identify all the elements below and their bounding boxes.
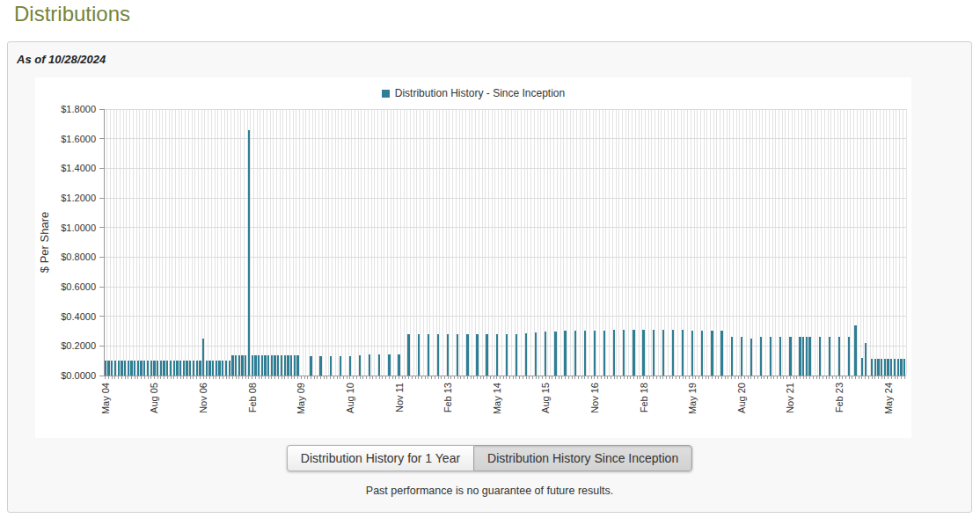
distribution-bar[interactable] [653, 330, 655, 376]
distribution-bar[interactable] [153, 361, 155, 376]
distribution-bar[interactable] [437, 334, 439, 376]
distribution-bar[interactable] [208, 361, 210, 376]
distribution-bar[interactable] [554, 332, 556, 376]
distribution-bar[interactable] [865, 343, 867, 376]
distribution-bar[interactable] [789, 337, 791, 376]
distribution-bar[interactable] [720, 331, 722, 376]
distribution-bar[interactable] [277, 355, 279, 376]
distribution-bar[interactable] [848, 337, 850, 376]
distribution-bar[interactable] [212, 361, 214, 376]
distribution-bar[interactable] [202, 339, 204, 376]
distribution-bar[interactable] [160, 361, 162, 376]
distribution-bar[interactable] [121, 361, 122, 376]
distribution-bar[interactable] [881, 359, 882, 376]
distribution-bar[interactable] [179, 361, 181, 376]
distribution-bar[interactable] [496, 334, 498, 376]
distribution-bar[interactable] [447, 334, 449, 376]
distribution-bar[interactable] [189, 361, 191, 376]
distribution-history-1-year-button[interactable]: Distribution History for 1 Year [287, 445, 473, 471]
distribution-bar[interactable] [199, 361, 201, 376]
distribution-bar[interactable] [506, 334, 508, 376]
distribution-bar[interactable] [903, 359, 905, 376]
distribution-bar[interactable] [741, 337, 742, 376]
distribution-bar[interactable] [134, 361, 135, 376]
distribution-bar[interactable] [574, 331, 576, 376]
distribution-bar[interactable] [476, 334, 478, 376]
distribution-bar[interactable] [613, 330, 615, 376]
distribution-bar[interactable] [294, 355, 296, 376]
distribution-bar[interactable] [216, 361, 217, 376]
distribution-bar[interactable] [682, 330, 684, 376]
distribution-bar[interactable] [296, 355, 298, 376]
distribution-bar[interactable] [884, 359, 886, 376]
distribution-bar[interactable] [225, 361, 227, 376]
distribution-bar[interactable] [545, 332, 546, 376]
distribution-bar[interactable] [176, 361, 178, 376]
distribution-bar[interactable] [330, 356, 332, 376]
distribution-bar[interactable] [173, 361, 175, 376]
distribution-bar[interactable] [890, 359, 892, 376]
distribution-bar[interactable] [231, 355, 233, 376]
distribution-bar[interactable] [140, 361, 142, 376]
distribution-bar[interactable] [183, 361, 185, 376]
distribution-bar[interactable] [258, 355, 260, 376]
distribution-bar[interactable] [701, 331, 703, 376]
distribution-bar[interactable] [672, 330, 674, 376]
distribution-bar[interactable] [877, 359, 879, 376]
distribution-bar[interactable] [806, 337, 808, 376]
distribution-bar[interactable] [829, 337, 830, 376]
distribution-bar[interactable] [897, 359, 899, 376]
distribution-bar[interactable] [603, 331, 605, 376]
distribution-bar[interactable] [238, 355, 240, 376]
distribution-bar[interactable] [770, 337, 772, 376]
distribution-bar[interactable] [662, 330, 664, 376]
distribution-bar[interactable] [137, 361, 139, 376]
distribution-bar[interactable] [861, 358, 863, 376]
distribution-bar[interactable] [854, 325, 856, 376]
distribution-bar[interactable] [900, 359, 902, 376]
chart-canvas[interactable]: $0.0000$0.2000$0.4000$0.6000$0.8000$1.00… [35, 105, 911, 437]
distribution-bar[interactable] [241, 355, 243, 376]
distribution-bar[interactable] [111, 361, 113, 376]
distribution-bar[interactable] [229, 361, 230, 376]
distribution-bar[interactable] [407, 334, 409, 376]
distribution-bar[interactable] [206, 361, 208, 376]
distribution-bar[interactable] [340, 356, 341, 376]
distribution-bar[interactable] [157, 361, 158, 376]
distribution-bar[interactable] [319, 356, 321, 376]
distribution-bar[interactable] [378, 354, 380, 376]
distribution-bar[interactable] [254, 355, 256, 376]
distribution-bar[interactable] [261, 355, 263, 376]
distribution-bar[interactable] [290, 355, 292, 376]
distribution-bar[interactable] [118, 361, 120, 376]
distribution-bar[interactable] [486, 334, 487, 376]
distribution-bar[interactable] [105, 361, 106, 376]
distribution-bar[interactable] [267, 355, 269, 376]
distribution-bar[interactable] [633, 330, 634, 376]
distribution-bar[interactable] [584, 331, 586, 376]
distribution-bar[interactable] [642, 330, 644, 376]
distribution-bar[interactable] [170, 361, 172, 376]
distribution-bar[interactable] [398, 354, 399, 376]
distribution-bar[interactable] [808, 337, 810, 376]
distribution-bar[interactable] [274, 355, 275, 376]
distribution-bar[interactable] [887, 359, 889, 376]
distribution-bar[interactable] [287, 355, 289, 376]
distribution-bar[interactable] [525, 333, 527, 376]
distribution-bar[interactable] [163, 361, 165, 376]
distribution-bar[interactable] [284, 355, 286, 376]
distribution-bar[interactable] [564, 331, 566, 376]
distribution-bar[interactable] [623, 330, 625, 376]
distribution-bar[interactable] [196, 361, 198, 376]
distribution-bar[interactable] [359, 355, 361, 376]
distribution-history-since-inception-button[interactable]: Distribution History Since Inception [473, 445, 692, 471]
distribution-bar[interactable] [248, 130, 250, 376]
distribution-bar[interactable] [281, 355, 282, 376]
distribution-bar[interactable] [124, 361, 126, 376]
distribution-bar[interactable] [418, 334, 420, 376]
distribution-bar[interactable] [114, 361, 116, 376]
distribution-bar[interactable] [193, 361, 194, 376]
distribution-bar[interactable] [838, 337, 840, 376]
distribution-bar[interactable] [388, 354, 390, 376]
distribution-bar[interactable] [802, 337, 804, 376]
